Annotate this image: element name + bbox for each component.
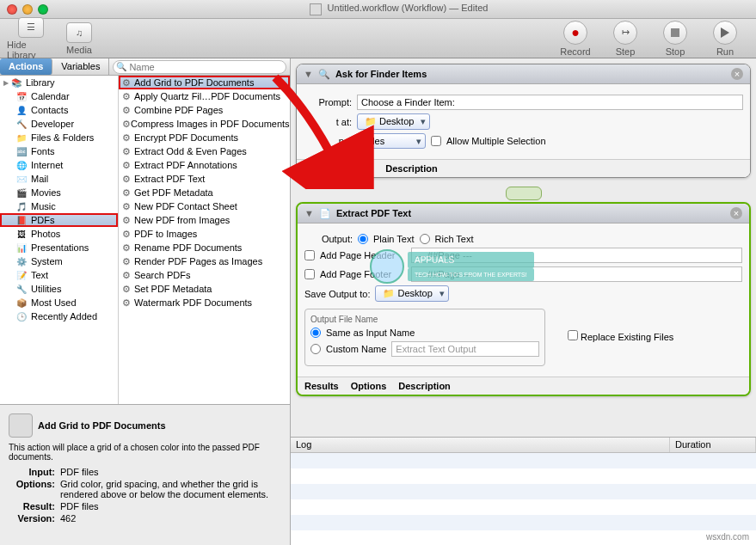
save-output-select[interactable]: 📁 Desktop — [375, 285, 448, 302]
prompt-label: Prompt: — [304, 97, 352, 107]
card1-tab-description[interactable]: Description — [385, 163, 438, 174]
run-label: Run — [716, 46, 734, 57]
info-result-value: PDF files — [60, 501, 99, 511]
pdf-icon: 📄 — [319, 208, 331, 219]
action-item[interactable]: ⚙Set PDF Metadata — [119, 282, 290, 296]
library-tabs: Actions Variables 🔍 — [0, 58, 290, 76]
action-item[interactable]: ⚙Encrypt PDF Documents — [119, 131, 290, 144]
sidebar-item-music[interactable]: 🎵Music — [0, 199, 118, 213]
log-rows[interactable] — [291, 453, 756, 545]
action-card-ask-finder[interactable]: ▼ 🔍 Ask for Finder Items × Prompt: t at:… — [296, 64, 751, 178]
same-name-radio[interactable] — [310, 328, 321, 338]
action-label: New PDF Contact Sheet — [134, 201, 237, 211]
sidebar-item-pdfs[interactable]: 📕PDFs — [0, 213, 118, 227]
action-label: Render PDF Pages as Images — [134, 256, 262, 266]
library-icon: 📚 — [10, 77, 22, 89]
sidebar-item-recently-added[interactable]: 🕒Recently Added — [0, 309, 118, 323]
action-item[interactable]: ⚙Watermark PDF Documents — [119, 296, 290, 309]
sidebar-item-contacts[interactable]: 👤Contacts — [0, 103, 118, 117]
allow-multiple-label: Allow Multiple Selection — [446, 136, 546, 146]
action-info-title: Add Grid to PDF Documents — [38, 420, 166, 431]
add-header-checkbox[interactable] — [304, 250, 315, 260]
action-label: Rename PDF Documents — [134, 242, 242, 253]
sidebar-item-most-used[interactable]: 📦Most Used — [0, 296, 118, 309]
action-item[interactable]: ⚙Search PDFs — [119, 268, 290, 282]
action-item[interactable]: ⚙Apply Quartz Fil…PDF Documents — [119, 89, 290, 103]
step-button[interactable]: ↦ Step — [601, 21, 649, 57]
hide-library-button[interactable]: ☰ Hide Library — [7, 17, 55, 60]
sidebar-item-mail[interactable]: ✉️Mail — [0, 172, 118, 186]
startat-select[interactable]: 📁 Desktop — [357, 113, 430, 130]
sidebar-item-files-folders[interactable]: 📁Files & Folders — [0, 131, 118, 144]
custom-name-input[interactable] — [391, 341, 539, 357]
record-button[interactable]: ● Record — [551, 21, 599, 57]
run-button[interactable]: Run — [701, 21, 749, 57]
card2-tab-results[interactable]: Results — [304, 381, 339, 391]
add-footer-checkbox[interactable] — [304, 269, 315, 279]
sidebar-item-presentations[interactable]: 📊Presentations — [0, 241, 118, 254]
action-item[interactable]: ⚙Rename PDF Documents — [119, 241, 290, 254]
type-select[interactable]: Files — [357, 133, 426, 149]
minimize-window-button[interactable] — [22, 4, 33, 15]
action-item[interactable]: ⚙Compress Images in PDF Documents — [119, 117, 290, 131]
rich-text-radio[interactable] — [420, 234, 430, 244]
action-item[interactable]: ⚙New PDF from Images — [119, 213, 290, 227]
card2-tab-options[interactable]: Options — [351, 381, 387, 391]
action-item[interactable]: ⚙New PDF Contact Sheet — [119, 199, 290, 213]
action-item[interactable]: ⚙Add Grid to PDF Documents — [119, 76, 290, 89]
gear-icon: ⚙ — [122, 229, 134, 240]
log-header-log[interactable]: Log — [291, 438, 670, 452]
action-card-extract-pdf-text[interactable]: ▼ 📄 Extract PDF Text × Output: Plain Tex… — [296, 202, 751, 396]
category-label: System — [31, 256, 63, 266]
gear-icon: ⚙ — [122, 91, 134, 102]
category-icon: 📅 — [15, 90, 28, 102]
sidebar-item-utilities[interactable]: 🔧Utilities — [0, 282, 118, 296]
action-item[interactable]: ⚙Combine PDF Pages — [119, 103, 290, 117]
sidebar-item-photos[interactable]: 🖼Photos — [0, 227, 118, 241]
action-item[interactable]: ⚙Extract PDF Annotations — [119, 158, 290, 172]
card2-tab-description[interactable]: Description — [398, 381, 451, 391]
category-icon: ⚙️ — [15, 255, 28, 267]
gear-icon: ⚙ — [122, 105, 134, 116]
sidebar-item-movies[interactable]: 🎬Movies — [0, 186, 118, 199]
action-item[interactable]: ⚙Extract Odd & Even Pages — [119, 144, 290, 158]
action-item[interactable]: ⚙Get PDF Metadata — [119, 186, 290, 199]
media-button[interactable]: ♫ Media — [55, 22, 103, 55]
sidebar-item-internet[interactable]: 🌐Internet — [0, 158, 118, 172]
info-version-label: Version: — [9, 513, 60, 524]
sidebar-item-developer[interactable]: 🔨Developer — [0, 117, 118, 131]
library-category-list[interactable]: ▶ 📚 Library 📅Calendar👤Contacts🔨Developer… — [0, 76, 119, 404]
plain-text-label: Plain Text — [373, 234, 415, 244]
prompt-input[interactable] — [357, 95, 743, 110]
workflow-canvas[interactable]: ▼ 🔍 Ask for Finder Items × Prompt: t at:… — [291, 58, 756, 437]
action-item[interactable]: ⚙Extract PDF Text — [119, 172, 290, 186]
media-label: Media — [66, 45, 92, 55]
tab-actions[interactable]: Actions — [0, 58, 52, 75]
close-window-button[interactable] — [7, 4, 17, 15]
zoom-window-button[interactable] — [38, 4, 48, 15]
collapse-icon[interactable]: ▼ — [304, 69, 313, 79]
action-list[interactable]: ⚙Add Grid to PDF Documents⚙Apply Quartz … — [119, 76, 290, 404]
library-root[interactable]: ▶ 📚 Library — [0, 76, 118, 89]
log-header-duration[interactable]: Duration — [670, 438, 756, 452]
plain-text-radio[interactable] — [358, 234, 368, 244]
search-input[interactable] — [113, 60, 286, 74]
sidebar-item-calendar[interactable]: 📅Calendar — [0, 89, 118, 103]
action-item[interactable]: ⚙Render PDF Pages as Images — [119, 254, 290, 268]
tab-variables[interactable]: Variables — [52, 58, 109, 75]
disclosure-icon[interactable]: ▶ — [3, 79, 9, 87]
action-label: Extract Odd & Even Pages — [134, 146, 247, 156]
action-item[interactable]: ⚙PDF to Images — [119, 227, 290, 241]
card1-tab-results[interactable]: sults — [304, 163, 326, 174]
sidebar-item-system[interactable]: ⚙️System — [0, 254, 118, 268]
allow-multiple-checkbox[interactable] — [431, 136, 441, 146]
card1-tab-options[interactable]: Options — [338, 163, 374, 174]
card2-close-button[interactable]: × — [730, 207, 742, 219]
sidebar-item-fonts[interactable]: 🔤Fonts — [0, 144, 118, 158]
replace-files-checkbox[interactable] — [568, 330, 578, 340]
sidebar-item-text[interactable]: 📝Text — [0, 268, 118, 282]
custom-name-radio[interactable] — [310, 344, 321, 354]
collapse-icon[interactable]: ▼ — [304, 208, 314, 218]
card1-close-button[interactable]: × — [731, 68, 743, 80]
stop-button[interactable]: Stop — [651, 21, 699, 57]
